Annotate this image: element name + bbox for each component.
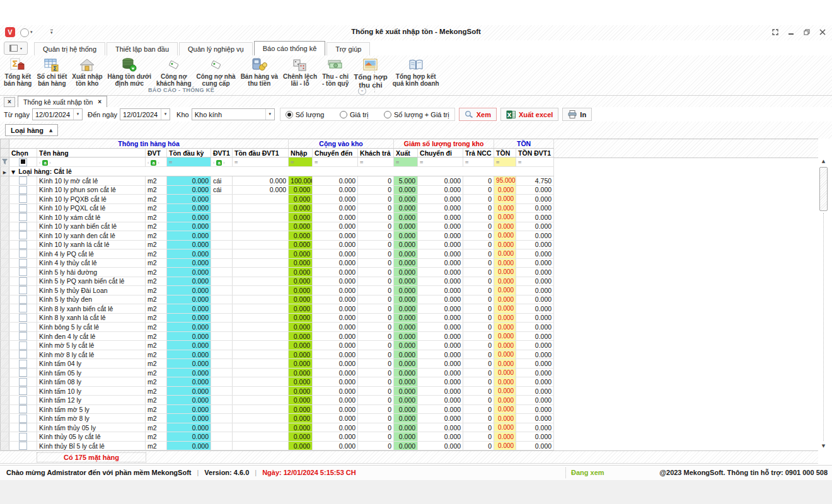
- table-row[interactable]: Kính 10 ly xám cắt lẻm20.0000.0000.00000…: [1, 213, 554, 222]
- table-row[interactable]: Kính mờ 5 ly cắt lẻm20.0000.0000.00000.0…: [1, 341, 554, 350]
- column-header-chuyển-đi[interactable]: Chuyển đi: [418, 149, 463, 158]
- row-checkbox[interactable]: [19, 176, 27, 185]
- ribbon-item[interactable]: Tổng hợp thu chi: [351, 57, 390, 89]
- table-row[interactable]: Kính tấm mờ 5 lym20.0000.0000.00000.0000…: [1, 404, 554, 414]
- table-row[interactable]: Kính 5 ly thủy đenm20.0000.0000.00000.00…: [1, 295, 554, 304]
- table-row[interactable]: Kính 10 ly mờ cắt lẻm20.000cái0.000100.0…: [1, 176, 554, 186]
- table-row[interactable]: Kính mờ 8 ly cắt lẻm20.0000.0000.00000.0…: [1, 350, 554, 359]
- table-row[interactable]: Kính tấm mờ 8 lym20.0000.0000.00000.0000…: [1, 414, 554, 423]
- row-checkbox[interactable]: [19, 323, 27, 331]
- text-filter-icon[interactable]: a: [216, 160, 222, 166]
- row-checkbox[interactable]: [19, 341, 27, 350]
- fit-window-icon[interactable]: [772, 29, 778, 35]
- equals-filter-icon[interactable]: =: [360, 159, 363, 166]
- menu-tab-thiết-lập-ban-đầu[interactable]: Thiết lập ban đầu: [107, 42, 178, 55]
- table-row[interactable]: Kính bông 5 ly cắt lẻm20.0000.0000.00000…: [1, 323, 554, 332]
- table-row[interactable]: Kính thủy Bỉ 5 ly cắt lẻm20.0000.0000.00…: [1, 441, 554, 450]
- ribbon-item[interactable]: Bán hàng và thu tiền: [238, 57, 280, 88]
- table-row[interactable]: Kính 4 ly thủy cắt lẻm20.0000.0000.00000…: [1, 258, 554, 268]
- ribbon-item[interactable]: Hàng tồn dưới định mức: [105, 57, 154, 88]
- table-row[interactable]: Kính đen 4 ly cắt lẻm20.0000.0000.00000.…: [1, 331, 554, 341]
- filter-cell[interactable]: =: [233, 158, 289, 167]
- ribbon-item[interactable]: ΣTổng kết bán hàng: [1, 57, 34, 88]
- chevron-down-icon[interactable]: ▾: [73, 109, 82, 120]
- equals-filter-icon[interactable]: =: [496, 159, 499, 166]
- menu-tab-quản-trị-hệ-thống[interactable]: Quản trị hệ thống: [34, 42, 105, 55]
- select-cell[interactable]: [9, 386, 37, 396]
- table-row[interactable]: Kính 5 ly PQ xanh biển cắt lẻm20.0000.00…: [1, 277, 554, 286]
- select-cell[interactable]: [9, 195, 37, 204]
- row-checkbox[interactable]: [19, 231, 27, 239]
- export-excel-button[interactable]: X Xuất excel: [500, 108, 558, 121]
- close-icon[interactable]: [819, 29, 826, 35]
- select-cell[interactable]: [9, 231, 37, 241]
- select-cell[interactable]: [9, 368, 37, 377]
- checkbox-indeterminate-icon[interactable]: [19, 158, 27, 166]
- warehouse-select[interactable]: Kho kính▾: [192, 108, 275, 120]
- column-header-chọn[interactable]: Chọn: [9, 149, 37, 158]
- filter-cell[interactable]: ‹ a ›: [211, 158, 233, 167]
- filter-cell[interactable]: =: [358, 158, 394, 167]
- select-cell[interactable]: [9, 341, 37, 350]
- column-header-trả-ncc[interactable]: Trả NCC: [463, 149, 494, 158]
- table-row[interactable]: Kính thủy 05 ly cắt lẻm20.0000.0000.0000…: [1, 432, 554, 442]
- tab-thong-ke-xuat-nhap-ton[interactable]: Thống kê xuất nhập tồn ×: [18, 96, 107, 107]
- filter-cell[interactable]: =: [167, 158, 211, 167]
- filter-cell[interactable]: =: [463, 158, 494, 167]
- group-by-loai-hang-button[interactable]: Loại hàng▲: [5, 124, 58, 136]
- column-header-tồn-đầu-kỳ[interactable]: Tồn đầu kỳ: [167, 149, 211, 158]
- equals-filter-icon[interactable]: =: [518, 159, 521, 166]
- table-row[interactable]: Kính 10 ly phun sơn cắt lẻm20.000cái0.00…: [1, 185, 554, 195]
- select-cell[interactable]: [9, 423, 37, 432]
- row-checkbox[interactable]: [19, 204, 27, 212]
- chevron-down-icon[interactable]: ▾: [161, 109, 170, 120]
- filter-cell[interactable]: [9, 158, 37, 167]
- table-row[interactable]: Kính tấm 08 lym20.0000.0000.00000.0000.0…: [1, 377, 554, 387]
- table-row[interactable]: Kính 5 ly hải đườngm20.0000.0000.00000.0…: [1, 268, 554, 277]
- row-checkbox[interactable]: [19, 433, 27, 441]
- select-cell[interactable]: [9, 222, 37, 231]
- filter-cell[interactable]: =: [494, 158, 516, 167]
- column-header-đvt[interactable]: ĐVT: [146, 149, 167, 158]
- filter-cell[interactable]: ‹ a ›: [37, 158, 146, 167]
- table-row[interactable]: Kính 10 ly xanh biển cắt lẻm20.0000.0000…: [1, 222, 554, 231]
- select-cell[interactable]: [9, 268, 37, 277]
- select-cell[interactable]: [9, 249, 37, 259]
- table-row[interactable]: Kính 10 ly xanh đen cắt lẻm20.0000.0000.…: [1, 231, 554, 241]
- equals-filter-icon[interactable]: =: [465, 159, 468, 166]
- equals-filter-icon[interactable]: =: [291, 159, 294, 166]
- select-cell[interactable]: [9, 295, 37, 304]
- select-cell[interactable]: [9, 323, 37, 332]
- column-header-tồn[interactable]: TỒN: [494, 149, 516, 158]
- ribbon-dialog-launcher-icon[interactable]: ⌄: [358, 87, 366, 95]
- view-button[interactable]: Xem: [459, 108, 497, 121]
- radio-số-lượng[interactable]: Số lượng: [286, 111, 325, 118]
- select-cell[interactable]: [9, 176, 37, 186]
- vertical-scrollbar[interactable]: ▲ ▼: [819, 158, 828, 450]
- row-checkbox[interactable]: [19, 259, 27, 267]
- equals-filter-icon[interactable]: =: [315, 159, 318, 166]
- ribbon-toggle-button[interactable]: ▾: [4, 42, 28, 55]
- row-checkbox[interactable]: [19, 396, 27, 404]
- row-checkbox[interactable]: [19, 442, 27, 450]
- select-cell[interactable]: [9, 277, 37, 286]
- ribbon-item[interactable]: Chênh lệch lãi - lỗ: [280, 57, 320, 88]
- row-checkbox[interactable]: [19, 249, 27, 258]
- row-checkbox[interactable]: [19, 405, 27, 413]
- radio-giá-trị[interactable]: Giá trị: [340, 111, 368, 118]
- close-all-tabs-button[interactable]: ×: [4, 97, 15, 107]
- column-header-xuất[interactable]: Xuất: [394, 149, 418, 158]
- table-row[interactable]: Kính 8 ly xanh lá cắt lẻm20.0000.0000.00…: [1, 313, 554, 323]
- ribbon-item[interactable]: ΣSố chi tiết bán hàng: [34, 57, 69, 88]
- row-checkbox[interactable]: [19, 314, 27, 322]
- equals-filter-icon[interactable]: =: [169, 159, 172, 166]
- row-checkbox[interactable]: [19, 277, 27, 285]
- ribbon-item[interactable]: Tổng hợp kết quả kinh doanh: [390, 57, 442, 88]
- row-checkbox[interactable]: [19, 286, 27, 294]
- column-header-tồn-đvt1[interactable]: TỒN ĐVT1: [516, 149, 554, 158]
- select-cell[interactable]: [9, 414, 37, 423]
- select-cell[interactable]: [9, 441, 37, 450]
- row-checkbox[interactable]: [19, 186, 27, 194]
- equals-filter-icon[interactable]: =: [396, 159, 399, 166]
- filter-cell[interactable]: =: [289, 158, 313, 167]
